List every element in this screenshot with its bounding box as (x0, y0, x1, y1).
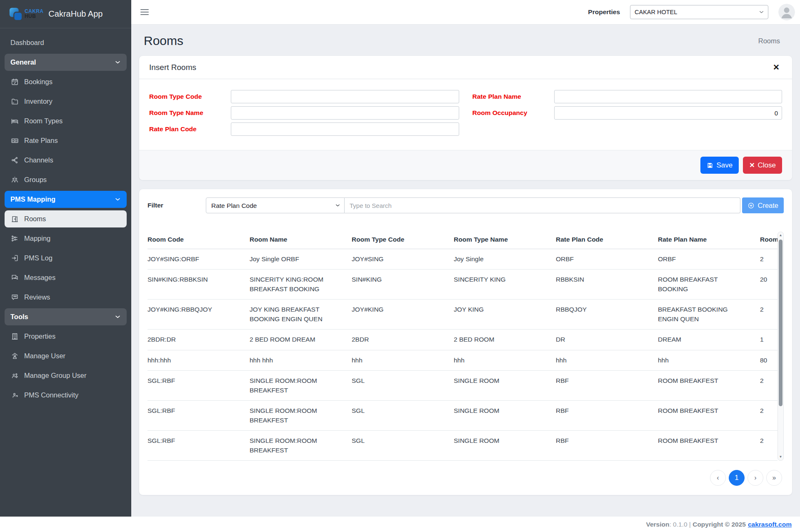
create-button[interactable]: Create (742, 197, 784, 213)
calendar-icon (10, 78, 19, 86)
sidebar-item-bookings[interactable]: Bookings (5, 73, 127, 90)
scrollbar-down-icon[interactable]: ▼ (779, 455, 782, 459)
close-panel-icon[interactable]: ✕ (770, 62, 782, 72)
menu-toggle-button[interactable] (138, 7, 151, 18)
sidebar-item-label: General (10, 58, 36, 66)
room-type-code-label: Room Type Code (149, 93, 231, 100)
room-occupancy-label: Room Occupancy (472, 109, 554, 117)
sidebar-item-label: Tools (10, 313, 28, 321)
sidebar-item-messages[interactable]: Messages (5, 269, 127, 286)
table-row[interactable]: 2BDR:DR2 BED ROOM DREAM2BDR2 BED ROOMDRD… (148, 330, 778, 350)
table-cell: 2 BED ROOM (454, 330, 556, 350)
room-type-name-field[interactable] (231, 106, 459, 120)
table-row[interactable]: hhh:hhhhhh hhhhhhhhhhhhhhh80 (148, 350, 778, 370)
table-cell: RBBKSIN (556, 270, 658, 300)
cakrasoft-link[interactable]: cakrasoft.com (748, 521, 792, 528)
sidebar-item-tools[interactable]: Tools (5, 308, 127, 325)
table-header-row: Room CodeRoom NameRoom Type CodeRoom Typ… (148, 232, 778, 249)
sidebar-item-mapping[interactable]: Mapping (5, 230, 127, 247)
property-select[interactable]: CAKAR HOTEL (630, 5, 768, 19)
sidebar-item-pms-connectivity[interactable]: PMS Connectivity (5, 387, 127, 404)
sidebar-item-pms-log[interactable]: PMS Log (5, 250, 127, 267)
table-row[interactable]: JOY#KING:RBBQJOYJOY KING BREAKFAST BOOKI… (148, 300, 778, 330)
table-row[interactable]: SGL:RBFSINGLE ROOM:ROOM BREAKFESTSGLSING… (148, 401, 778, 431)
folder-icon (10, 97, 19, 106)
table-cell: SINGLE ROOM (454, 431, 556, 461)
prev-page-button[interactable]: ‹ (710, 470, 726, 486)
scrollbar-thumb[interactable] (779, 240, 782, 406)
form-left-column: Room Type Code Room Type Name Rate Plan … (149, 90, 459, 136)
save-button[interactable]: Save (700, 157, 739, 174)
table-cell: hhh:hhh (148, 350, 250, 370)
table-cell: hhh (454, 350, 556, 370)
sidebar-item-properties[interactable]: Properties (5, 328, 127, 345)
page-1-button[interactable]: 1 (729, 470, 745, 486)
table-cell: SGL (352, 401, 454, 431)
rate-plan-name-field[interactable] (554, 90, 782, 103)
table-cell: SINGLE ROOM:ROOM BREAKFEST (250, 431, 352, 461)
sidebar-item-pms-mapping[interactable]: PMS Mapping (5, 191, 127, 208)
table-cell: 2 (760, 371, 778, 401)
form-row: Room Type Code (149, 90, 459, 103)
filter-label: Filter (148, 202, 206, 209)
user-avatar[interactable] (778, 4, 795, 20)
table-cell: 2BDR:DR (148, 330, 250, 350)
table-row[interactable]: JOY#SING:ORBFJoy Single ORBFJOY#SINGJoy … (148, 249, 778, 270)
app-root: CAKRA HUB CakraHub App DashboardGeneralB… (0, 0, 800, 532)
room-occupancy-field[interactable] (554, 106, 782, 120)
topbar-right: Properties CAKAR HOTEL (588, 4, 795, 20)
save-icon (707, 162, 713, 169)
room-type-code-field[interactable] (231, 90, 459, 103)
plus-circle-icon (748, 202, 755, 209)
sidebar: CAKRA HUB CakraHub App DashboardGeneralB… (0, 0, 131, 517)
sidebar-item-reviews[interactable]: Reviews (5, 289, 127, 306)
sidebar-item-rate-plans[interactable]: Rate Plans (5, 132, 127, 149)
rate-plan-code-field[interactable] (231, 122, 459, 136)
table-row[interactable]: SGL:RBFSINGLE ROOM:ROOM BREAKFESTSGLSING… (148, 371, 778, 401)
brand[interactable]: CAKRA HUB CakraHub App (0, 0, 131, 28)
sidebar-item-label: Mapping (24, 235, 50, 242)
last-page-button[interactable]: » (766, 470, 782, 486)
table-cell: 2 (760, 401, 778, 431)
sidebar-item-rooms[interactable]: Rooms (5, 210, 127, 227)
filter-input-group: Rate Plan Code (206, 197, 740, 213)
filter-field-select-input[interactable]: Rate Plan Code (206, 197, 345, 213)
sidebar-item-inventory[interactable]: Inventory (5, 93, 127, 110)
money-icon (10, 137, 19, 145)
filter-row: Filter Rate Plan Code (148, 197, 784, 213)
table-cell: ROOM BREAKFEST (658, 431, 760, 461)
sidebar-item-manage-group-user[interactable]: Manage Group User (5, 367, 127, 384)
table-cell: JOY KING (454, 300, 556, 330)
sidebar-item-general[interactable]: General (5, 54, 127, 71)
table-cell: Joy Single (454, 249, 556, 270)
sidebar-item-channels[interactable]: Channels (5, 152, 127, 169)
sidebar-item-label: Room Types (24, 117, 62, 125)
sidebar-item-manage-user[interactable]: Manage User (5, 347, 127, 365)
table-cell: RBBQJOY (556, 300, 658, 330)
sidebar-item-room-types[interactable]: Room Types (5, 112, 127, 130)
table-cell: 20 (760, 270, 778, 300)
search-input[interactable] (345, 197, 740, 213)
table-row[interactable]: SGL:RBFSINGLE ROOM:ROOM BREAKFESTSGLSING… (148, 431, 778, 461)
form-right-column: Rate Plan Name Room Occupancy (472, 90, 782, 136)
property-select-input[interactable]: CAKAR HOTEL (630, 5, 768, 19)
user-home-icon (10, 352, 19, 360)
rate-plan-code-label: Rate Plan Code (149, 125, 231, 133)
table-row[interactable]: SIN#KING:RBBKSINSINCERITY KING:ROOM BREA… (148, 270, 778, 300)
sidebar-item-groups[interactable]: Groups (5, 171, 127, 188)
sidebar-item-label: Bookings (24, 78, 52, 86)
sidebar-item-label: Dashboard (10, 39, 44, 47)
table-scrollbar[interactable]: ▲ ▼ (778, 232, 784, 461)
filter-field-select[interactable]: Rate Plan Code (206, 197, 345, 213)
scrollbar-up-icon[interactable]: ▲ (779, 234, 782, 237)
sidebar-item-dashboard[interactable]: Dashboard (5, 34, 127, 51)
next-page-button[interactable]: › (748, 470, 763, 486)
sidebar-item-label: Properties (24, 332, 55, 340)
close-button[interactable]: ✕ Close (743, 157, 782, 174)
pagination: ‹1›» (148, 470, 784, 486)
logo-wordmark: CAKRA HUB (25, 9, 43, 18)
table-cell: SGL:RBF (148, 431, 250, 461)
copyright-text: Copyright © 2025 (692, 521, 746, 528)
table-cell: 2 BED ROOM DREAM (250, 330, 352, 350)
table-cell: SINCERITY KING:ROOM BREAKFAST BOOKING (250, 270, 352, 300)
